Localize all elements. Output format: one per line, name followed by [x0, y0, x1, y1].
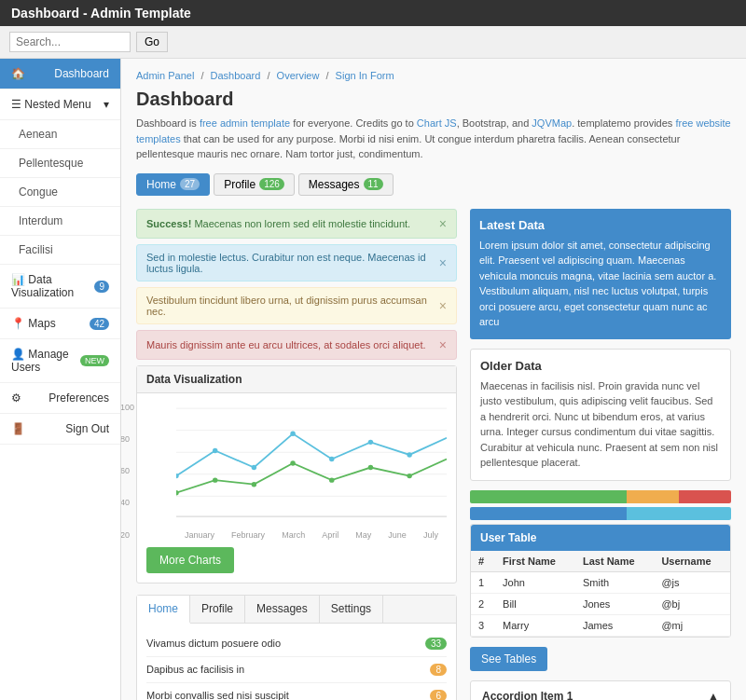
tab-nav-settings[interactable]: Settings [320, 596, 383, 623]
pb-blue2 [627, 507, 731, 520]
svg-point-11 [368, 439, 373, 444]
sidebar-item-nested-menu[interactable]: ☰ Nested Menu ▾ [0, 89, 120, 120]
layout: 🏠 Dashboard ☰ Nested Menu ▾ Aenean Pelle… [0, 59, 746, 700]
tab-list-item-1: Vivamus dictum posuere odio 33 [146, 631, 447, 657]
tab-messages[interactable]: Messages 11 [298, 173, 394, 196]
sidebar-label-interdum: Interdum [19, 214, 62, 227]
sidebar-item-aenean[interactable]: Aenean [0, 120, 120, 149]
pb-blue [470, 507, 627, 520]
sidebar-item-interdum[interactable]: Interdum [0, 207, 120, 236]
more-charts-button[interactable]: More Charts [146, 547, 234, 573]
sidebar-badge-manage-users: NEW [80, 355, 109, 366]
user-table-card: User Table # First Name Last Name Userna… [470, 524, 731, 638]
data-viz-header: Data Visualization [137, 366, 456, 393]
col-last-name: Last Name [575, 551, 654, 572]
alert-danger-close[interactable]: × [439, 337, 447, 352]
alert-info-close[interactable]: × [439, 255, 447, 270]
svg-point-19 [407, 473, 411, 477]
tab-nav-home[interactable]: Home [137, 596, 190, 624]
tabs-content: Vivamus dictum posuere odio 33 Dapibus a… [137, 624, 456, 701]
table-header-row: # First Name Last Name Username [471, 551, 730, 572]
left-column: Success! Maecenas non lorem sed elit mol… [136, 209, 457, 701]
line-chart [176, 403, 447, 524]
svg-point-7 [213, 447, 217, 452]
tab-list-text-3: Morbi convallis sed nisi suscipit [146, 690, 289, 700]
sidebar-label-preferences: Preferences [48, 391, 109, 405]
svg-point-16 [290, 460, 295, 465]
svg-point-17 [329, 477, 334, 482]
alert-success-label: Success! [146, 218, 191, 229]
tabs-nav: Home Profile Messages Settings [137, 596, 456, 624]
user-table: # First Name Last Name Username 1 John S… [471, 551, 730, 637]
cell-user-1: @js [654, 571, 730, 593]
sidebar-item-sign-out[interactable]: 🚪 Sign Out [0, 414, 120, 445]
two-column-layout: Success! Maecenas non lorem sed elit mol… [136, 209, 731, 701]
data-viz-body: 100 80 60 40 20 [137, 393, 456, 583]
alert-warning-close[interactable]: × [439, 298, 447, 313]
cell-first-1: John [495, 571, 575, 593]
older-data-title: Older Data [480, 359, 721, 373]
free-admin-link[interactable]: free admin template [200, 117, 290, 129]
tab-list-badge-3: 6 [430, 690, 447, 701]
map-icon: 📍 [11, 317, 25, 330]
sidebar-item-pellentesque[interactable]: Pellentesque [0, 149, 120, 178]
tab-nav-profile[interactable]: Profile [190, 596, 245, 623]
see-tables-button[interactable]: See Tables [470, 647, 547, 671]
cell-first-3: Marry [495, 614, 575, 636]
cell-user-2: @bj [654, 593, 730, 614]
sidebar-item-manage-users[interactable]: 👤 Manage Users NEW [0, 339, 120, 383]
sidebar-badge-data-viz: 9 [94, 281, 109, 293]
alert-danger: Mauris dignissim ante eu arcu ultrices, … [136, 330, 457, 360]
alert-info-text: Sed in molestie lectus. Curabitur non es… [146, 252, 439, 274]
tab-nav-messages[interactable]: Messages [245, 596, 320, 623]
tab-profile[interactable]: Profile 126 [214, 173, 295, 196]
pb-red [679, 490, 731, 503]
search-input[interactable] [9, 32, 131, 52]
svg-point-15 [252, 481, 256, 486]
pb-green [470, 490, 627, 503]
menu-icon: ☰ [11, 98, 21, 111]
alert-info: Sed in molestie lectus. Curabitur non es… [136, 244, 457, 281]
accordion-item-1: Accordion Item 1 ▲ Anim pariatur cliche … [470, 680, 731, 701]
sidebar: 🏠 Dashboard ☰ Nested Menu ▾ Aenean Pelle… [0, 59, 121, 700]
table-row: 1 John Smith @js [471, 571, 730, 593]
sidebar-item-facilisi[interactable]: Facilisi [0, 236, 120, 265]
main-content: Admin Panel / Dashboard / Overview / Sig… [121, 59, 746, 700]
svg-point-14 [213, 477, 217, 482]
jqvmap-link[interactable]: JQVMap [532, 117, 572, 129]
tab-list-text-1: Vivamus dictum posuere odio [146, 638, 281, 649]
alert-danger-text: Mauris dignissim ante eu arcu ultrices, … [146, 339, 426, 350]
older-data-card: Older Data Maecenas in facilisis nisl. P… [470, 349, 731, 481]
tab-list-text-2: Dapibus ac facilisis in [146, 664, 244, 675]
breadcrumb-signin[interactable]: Sign In Form [336, 70, 394, 81]
sidebar-item-preferences[interactable]: ⚙ Preferences [0, 383, 120, 414]
alert-success-close[interactable]: × [439, 216, 447, 231]
cell-last-1: Smith [575, 571, 654, 593]
tab-profile-badge: 126 [259, 178, 284, 190]
chartjs-link[interactable]: Chart JS [417, 117, 457, 129]
main-tabs: Home 27 Profile 126 Messages 11 [136, 173, 731, 196]
cell-user-3: @mj [654, 614, 730, 636]
tab-home[interactable]: Home 27 [136, 173, 210, 196]
progress-bar-1 [470, 490, 731, 503]
sidebar-label-nested-menu: Nested Menu [24, 98, 90, 111]
sidebar-badge-maps: 42 [90, 318, 109, 330]
sidebar-item-maps[interactable]: 📍 Maps 42 [0, 309, 120, 339]
breadcrumb-dashboard[interactable]: Dashboard [211, 70, 261, 81]
sidebar-item-dashboard[interactable]: 🏠 Dashboard [0, 59, 120, 89]
tab-list-item-2: Dapibus ac facilisis in 8 [146, 657, 447, 683]
sidebar-item-data-viz[interactable]: 📊 Data Visualization 9 [0, 265, 120, 309]
latest-data-card: Latest Data Lorem ipsum dolor sit amet, … [470, 209, 731, 339]
cell-num-1: 1 [471, 571, 495, 593]
sidebar-item-congue[interactable]: Congue [0, 178, 120, 207]
alert-warning-text: Vestibulum tincidunt libero urna, ut dig… [146, 295, 439, 317]
accordion-header-1[interactable]: Accordion Item 1 ▲ [471, 681, 730, 701]
alert-success: Success! Maecenas non lorem sed elit mol… [136, 209, 457, 239]
chart-x-labels: January February March April May June Ju… [176, 530, 447, 540]
search-button[interactable]: Go [136, 32, 168, 52]
col-username: Username [654, 551, 730, 572]
chart-y-labels: 100 80 60 40 20 [121, 403, 134, 540]
breadcrumb-admin[interactable]: Admin Panel [136, 70, 194, 81]
data-viz-card: Data Visualization 100 80 60 40 20 [136, 365, 457, 583]
breadcrumb-overview[interactable]: Overview [277, 70, 320, 81]
